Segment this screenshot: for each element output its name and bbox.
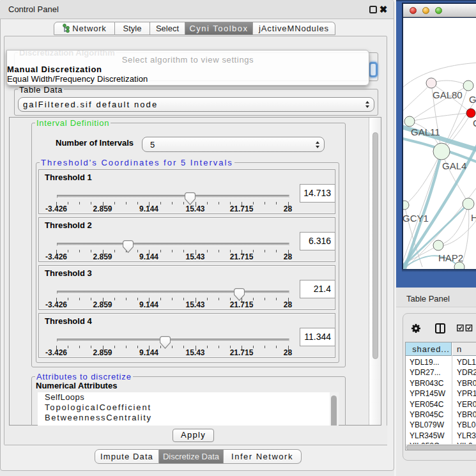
svg-text:GCY1: GCY1 — [403, 213, 429, 224]
svg-text:C: C — [473, 118, 476, 128]
svg-text:GAL4: GAL4 — [442, 160, 466, 171]
svg-text:H: H — [471, 212, 476, 223]
svg-text:GAL80: GAL80 — [433, 89, 463, 100]
svg-text:HAP2: HAP2 — [438, 252, 463, 263]
svg-text:GAL11: GAL11 — [411, 127, 440, 137]
svg-text:G.: G. — [469, 94, 476, 105]
